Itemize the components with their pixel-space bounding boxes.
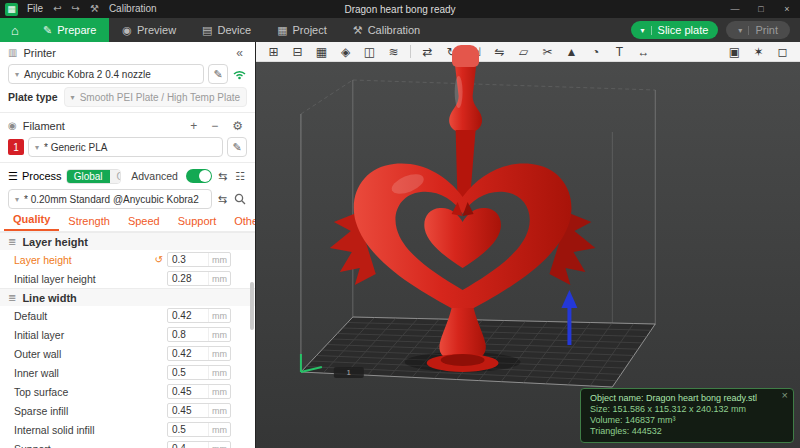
- tab-support[interactable]: Support: [169, 215, 226, 231]
- printer-preset-select[interactable]: ▾ Anycubic Kobra 2 0.4 nozzle: [8, 64, 204, 84]
- seam-paint-icon[interactable]: ◔: [584, 43, 607, 61]
- tab-preview[interactable]: ◉ Preview: [109, 18, 189, 42]
- split-icon[interactable]: ◫: [358, 43, 381, 61]
- mirror-icon[interactable]: ⇋: [488, 43, 511, 61]
- param-value[interactable]: 0.42: [168, 347, 208, 360]
- filament-color-swatch[interactable]: 1: [8, 139, 24, 155]
- window-controls: — □ ×: [722, 0, 800, 18]
- tab-project[interactable]: ▦ Project: [264, 18, 340, 42]
- variable-layer-height-icon[interactable]: ≋: [382, 43, 405, 61]
- tab-others[interactable]: Others: [225, 215, 256, 231]
- process-row: ☰ Process Global Objects Advanced ⇆ ☷: [0, 165, 255, 188]
- section-line-width[interactable]: ≣ Line width: [0, 288, 255, 306]
- param-input[interactable]: 0.45 mm: [167, 403, 231, 418]
- sidebar-scrollbar[interactable]: [250, 282, 254, 330]
- param-value[interactable]: 0.5: [168, 423, 208, 436]
- info-size: Size: 151.586 x 115.312 x 240.132 mm: [590, 404, 784, 415]
- add-plate-icon[interactable]: ⊟: [286, 43, 309, 61]
- param-value[interactable]: 0.8: [168, 328, 208, 341]
- wifi-icon[interactable]: [232, 67, 247, 81]
- compare-preset-icon[interactable]: ⇆: [216, 170, 229, 183]
- cut-icon[interactable]: ✂: [536, 43, 559, 61]
- param-unit: mm: [208, 309, 230, 322]
- param-label: Sparse infill: [14, 405, 167, 417]
- viewport-3d[interactable]: ⊞ ⊟ ▦ ◈ ◫ ≋ ⇄ ↻ ⇲ ⇋ ▱ ✂ ▲ ◔ T ↔ ▣ ✶ ◻: [256, 42, 800, 448]
- text-tool-icon[interactable]: T: [608, 43, 631, 61]
- param-input[interactable]: 0.5 mm: [167, 365, 231, 380]
- close-button[interactable]: ×: [774, 0, 800, 18]
- section-title: Layer height: [22, 236, 87, 248]
- filament-settings-gear-icon[interactable]: ⚙: [228, 119, 247, 133]
- printer-section-title: Printer: [23, 47, 55, 59]
- menu-calibration[interactable]: Calibration: [104, 0, 162, 18]
- add-object-icon[interactable]: ⊞: [262, 43, 285, 61]
- section-icon: ≣: [8, 236, 16, 247]
- tab-home[interactable]: ⌂: [0, 18, 30, 42]
- redo-icon[interactable]: ↪: [67, 0, 85, 18]
- process-preset-select[interactable]: ▾ * 0.20mm Standard @Anycubic Kobra2: [8, 189, 212, 209]
- param-input[interactable]: 0.42 mm: [167, 308, 231, 323]
- param-value[interactable]: 0.3: [168, 253, 208, 266]
- info-close-icon[interactable]: ×: [782, 390, 788, 401]
- param-value[interactable]: 0.42: [168, 309, 208, 322]
- support-paint-icon[interactable]: ▲: [560, 43, 583, 61]
- print-button[interactable]: ▾ Print: [726, 21, 790, 39]
- param-list-icon[interactable]: ☷: [233, 170, 247, 183]
- transfer-settings-icon[interactable]: ⇆: [216, 193, 229, 206]
- param-value[interactable]: 0.45: [168, 404, 208, 417]
- param-value[interactable]: 0.45: [168, 385, 208, 398]
- add-filament-icon[interactable]: +: [186, 119, 201, 133]
- arrange-icon[interactable]: ▦: [310, 43, 333, 61]
- undo-icon[interactable]: ↩: [48, 0, 66, 18]
- param-input[interactable]: 0.5 mm: [167, 422, 231, 437]
- reset-icon[interactable]: ↺: [155, 254, 163, 265]
- section-layer-height[interactable]: ≣ Layer height: [0, 232, 255, 250]
- chevron-down-icon: ▾: [15, 195, 19, 204]
- tab-quality[interactable]: Quality: [4, 213, 59, 231]
- param-value[interactable]: 0.4: [168, 442, 208, 448]
- measure-icon[interactable]: ↔: [632, 43, 655, 61]
- plate-tag[interactable]: 1: [334, 367, 364, 378]
- param-input[interactable]: 0.45 mm: [167, 384, 231, 399]
- param-input[interactable]: 0.8 mm: [167, 327, 231, 342]
- auto-orient-icon[interactable]: ◈: [334, 43, 357, 61]
- model-mouthpiece-tip[interactable]: [452, 45, 479, 67]
- move-icon[interactable]: ⇄: [416, 43, 439, 61]
- param-value[interactable]: 0.28: [168, 272, 208, 285]
- slice-dropdown-icon[interactable]: ▾: [641, 26, 652, 35]
- plate-type-label: Plate type: [8, 91, 60, 103]
- edit-filament-button[interactable]: ✎: [227, 137, 247, 157]
- param-value[interactable]: 0.5: [168, 366, 208, 379]
- lay-on-face-icon[interactable]: ▱: [512, 43, 535, 61]
- divider: [0, 162, 255, 163]
- param-input[interactable]: 0.4 mm: [167, 441, 231, 448]
- process-preset-value: * 0.20mm Standard @Anycubic Kobra2: [24, 194, 199, 205]
- param-input[interactable]: 0.3 mm: [167, 252, 231, 267]
- param-input[interactable]: 0.42 mm: [167, 346, 231, 361]
- search-icon[interactable]: [233, 192, 247, 206]
- advanced-toggle[interactable]: [186, 169, 212, 183]
- scope-objects-button[interactable]: Objects: [110, 170, 122, 183]
- explode-view-icon[interactable]: ✶: [747, 43, 770, 61]
- tab-device[interactable]: ▤ Device: [189, 18, 264, 42]
- plate-type-select[interactable]: ▾ Smooth PEI Plate / High Temp Plate: [64, 87, 247, 107]
- filament-preset-value: * Generic PLA: [44, 142, 107, 153]
- app-logo-icon[interactable]: ▦: [5, 3, 18, 16]
- assembly-view-icon[interactable]: ▣: [723, 43, 746, 61]
- scope-global-button[interactable]: Global: [67, 170, 110, 183]
- slice-plate-button[interactable]: ▾ Slice plate: [631, 21, 719, 39]
- edit-printer-button[interactable]: ✎: [208, 64, 228, 84]
- filament-preset-select[interactable]: ▾ * Generic PLA: [28, 137, 223, 157]
- print-dropdown-icon[interactable]: ▾: [738, 26, 749, 35]
- tab-speed[interactable]: Speed: [119, 215, 169, 231]
- menu-file[interactable]: File: [22, 0, 48, 18]
- maximize-button[interactable]: □: [748, 0, 774, 18]
- remove-filament-icon[interactable]: −: [207, 119, 222, 133]
- minimize-button[interactable]: —: [722, 0, 748, 18]
- collapse-sidebar-icon[interactable]: «: [232, 46, 247, 60]
- param-input[interactable]: 0.28 mm: [167, 271, 231, 286]
- tab-prepare[interactable]: ✎ Prepare: [30, 18, 109, 42]
- tab-strength[interactable]: Strength: [59, 215, 119, 231]
- tab-calibration[interactable]: ⚒ Calibration: [340, 18, 433, 42]
- wireframe-icon[interactable]: ◻: [771, 43, 794, 61]
